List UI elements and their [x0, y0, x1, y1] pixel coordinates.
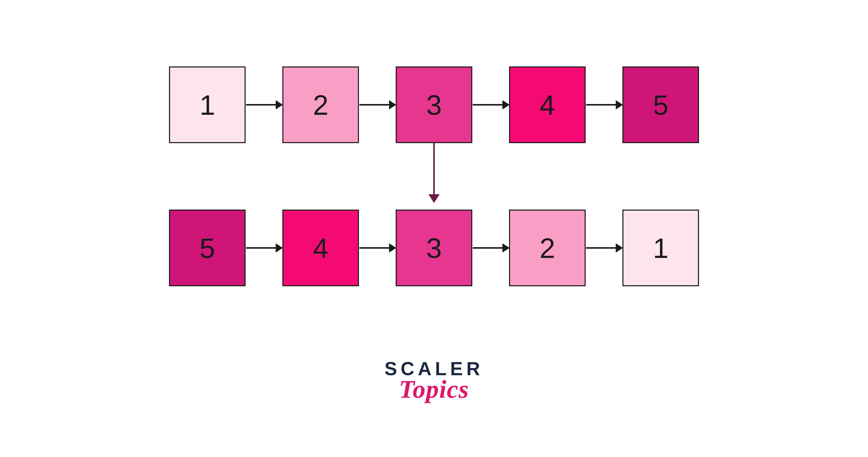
arrow-right-icon [246, 104, 282, 106]
arrow-right-icon [473, 247, 508, 249]
node: 3 [396, 209, 472, 286]
arrow-down-icon [433, 143, 435, 202]
node: 1 [622, 209, 699, 286]
node: 3 [396, 66, 472, 143]
node: 2 [509, 209, 586, 286]
arrow-right-icon [360, 247, 395, 249]
node: 5 [169, 209, 246, 286]
arrow-right-icon [473, 104, 508, 106]
arrow-right-icon [360, 104, 395, 106]
node: 4 [509, 66, 586, 143]
scaler-topics-logo: SCALER Topics [384, 358, 484, 404]
arrow-right-icon [586, 104, 622, 106]
arrow-right-icon [586, 247, 622, 249]
node: 2 [282, 66, 359, 143]
node: 1 [169, 66, 246, 143]
arrow-right-icon [246, 247, 282, 249]
logo-text-bottom: Topics [384, 374, 484, 404]
node: 5 [622, 66, 699, 143]
node: 4 [282, 209, 359, 286]
reverse-linked-list-diagram: 1 2 3 4 5 5 4 3 2 1 [169, 66, 699, 286]
row-original: 1 2 3 4 5 [169, 66, 699, 143]
row-reversed: 5 4 3 2 1 [169, 209, 699, 286]
transform-arrow [169, 143, 699, 209]
